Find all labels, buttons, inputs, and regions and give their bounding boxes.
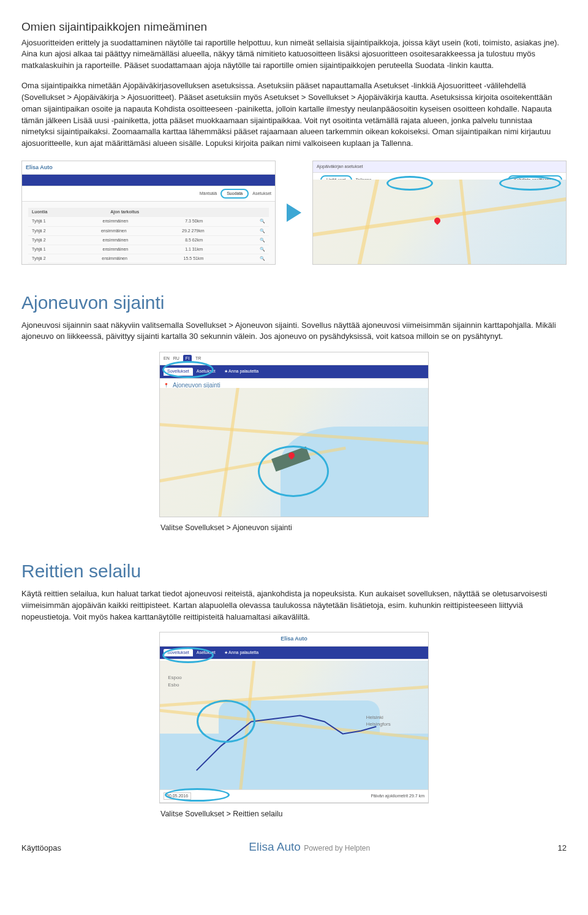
table-row: Tyhjä 2ensimmäinen8.5 62km🔍	[28, 236, 269, 245]
feedback-link[interactable]: ★ Anna palautetta	[224, 650, 259, 656]
figure3-caption: Valitse Sovellukset > Reittien selailu	[158, 808, 430, 819]
table-row: Tyhjä 1ensimmäinen2.19 18km🔍	[28, 264, 269, 265]
fig3-dist: Päivän ajokilometrit 29.7 km	[371, 793, 424, 799]
highlight-oval	[386, 176, 433, 191]
feedback-link[interactable]: ★ Anna palautetta	[224, 368, 259, 374]
figure3: Elisa Auto Sovellukset Asetukset ★ Anna …	[159, 632, 429, 803]
section3-para1: Käytä reittien selailua, kun haluat tark…	[21, 588, 567, 623]
footer-left: Käyttöopas	[21, 843, 61, 854]
lang-en[interactable]: EN	[164, 355, 170, 362]
section1-title: Omien sijaintipaikkojen nimeäminen	[21, 18, 567, 36]
table-row: Tyhjä 2ensimmäinen15.5 51km🔍	[28, 254, 269, 264]
highlight-oval	[197, 700, 255, 743]
fig1-right-title: Ajopäiväkirjan asetukset	[317, 164, 363, 170]
figure-row-1: Elisa Auto Mäntsälä Suodata Asetukset Lu…	[21, 161, 567, 265]
page-number: 12	[558, 843, 567, 854]
section3-title: Reittien selailu	[21, 558, 567, 585]
fig1-left-table: Luontia Ajon tarkoitus Tyhjä 1ensimmäine…	[22, 202, 275, 265]
arrow-right-icon	[287, 203, 301, 222]
fig1-right-map[interactable]	[313, 180, 566, 264]
figure2: EN RU FI TR Sovellukset Asetukset ★ Anna…	[159, 352, 429, 517]
section1-para2: Oma sijaintipaikka nimetään Ajopäiväkirj…	[21, 80, 567, 150]
section2-title: Ajoneuvon sijainti	[21, 289, 567, 316]
fig1-left-filter-btn[interactable]: Suodata	[221, 189, 249, 199]
fig1-left-brand: Elisa Auto	[26, 164, 53, 172]
figure2-caption: Valitse Sovellukset > Ajoneuvon sijainti	[158, 522, 430, 533]
figure1-left: Elisa Auto Mäntsälä Suodata Asetukset Lu…	[21, 161, 276, 265]
section1-para1: Ajosuoritteiden erittely ja suodattamine…	[21, 37, 567, 72]
table-row: Tyhjä 1ensimmäinen1.1 31km🔍	[28, 245, 269, 254]
highlight-oval	[499, 176, 561, 191]
fig3-brand: Elisa Auto	[281, 635, 307, 643]
section2-para1: Ajoneuvosi sijainnin saat näkyviin valit…	[21, 320, 567, 343]
highlight-oval	[258, 446, 329, 497]
footer-center: Elisa Auto Powered by Helpten	[249, 838, 370, 856]
table-row: Tyhjä 1ensimmäinen7.3 50km🔍	[28, 217, 269, 226]
table-row: Tyhjä 2ensimmäinen29.2 279km🔍	[28, 227, 269, 236]
page-footer: Käyttöopas Elisa Auto Powered by Helpten…	[21, 838, 567, 856]
figure1-right: Ajopäiväkirjan asetukset Lisää uusi Tall…	[312, 161, 567, 265]
